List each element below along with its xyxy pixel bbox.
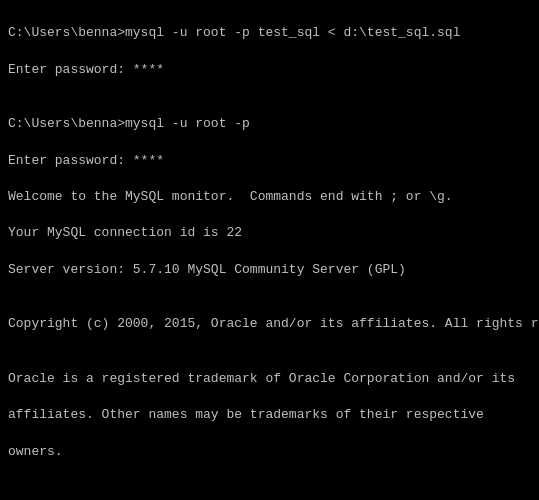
terminal-line: Oracle is a registered trademark of Orac…	[8, 370, 531, 388]
terminal-line: C:\Users\benna>mysql -u root -p	[8, 115, 531, 133]
terminal-line: Enter password: ****	[8, 61, 531, 79]
terminal-line: affiliates. Other names may be trademark…	[8, 406, 531, 424]
terminal-line: Copyright (c) 2000, 2015, Oracle and/or …	[8, 315, 531, 333]
terminal-line: Server version: 5.7.10 MySQL Community S…	[8, 261, 531, 279]
terminal-line: owners.	[8, 443, 531, 461]
terminal-line: Enter password: ****	[8, 152, 531, 170]
terminal-line: C:\Users\benna>mysql -u root -p test_sql…	[8, 24, 531, 42]
terminal-window: C:\Users\benna>mysql -u root -p test_sql…	[8, 6, 531, 500]
terminal-line: Your MySQL connection id is 22	[8, 224, 531, 242]
terminal-line: Welcome to the MySQL monitor. Commands e…	[8, 188, 531, 206]
